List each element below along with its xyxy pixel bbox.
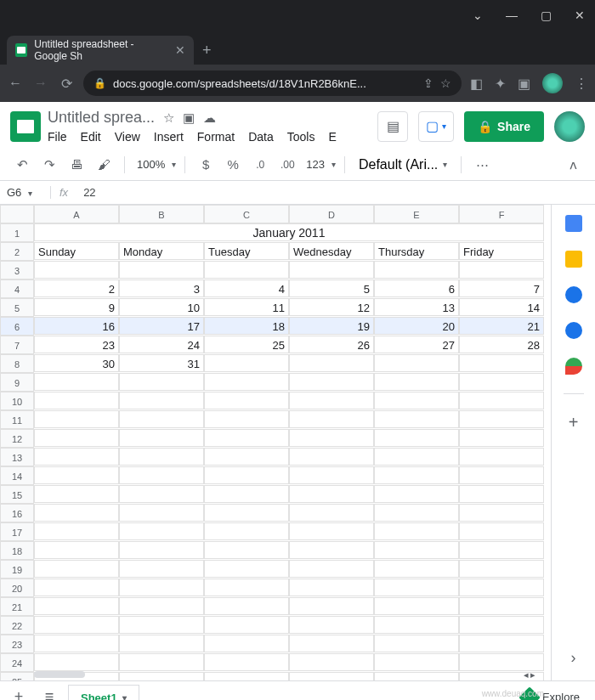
window-maximize-button[interactable]: ▢ — [537, 8, 554, 22]
all-sheets-button[interactable]: ≡ — [37, 686, 61, 701]
cell[interactable]: 24 — [119, 336, 204, 353]
cell[interactable]: 6 — [374, 279, 459, 297]
column-header-C[interactable]: C — [204, 205, 289, 223]
format-percent-button[interactable]: % — [221, 153, 245, 177]
row-header-25[interactable]: 25 — [0, 672, 34, 680]
menu-insert[interactable]: Insert — [154, 130, 184, 144]
cell[interactable] — [374, 429, 459, 447]
collapse-toolbar-icon[interactable]: ʌ — [561, 153, 585, 177]
cell[interactable] — [119, 616, 204, 634]
row-header-1[interactable]: 1 — [0, 223, 34, 242]
calendar-app-icon[interactable] — [565, 215, 582, 232]
cell-day-header[interactable]: Sunday — [34, 242, 119, 260]
share-url-icon[interactable]: ⇪ — [423, 76, 434, 90]
cell[interactable]: 17 — [119, 317, 204, 335]
cell[interactable] — [374, 522, 459, 540]
chevron-down-icon[interactable]: ▾ — [172, 160, 176, 169]
cell[interactable] — [374, 392, 459, 409]
row-header-10[interactable]: 10 — [0, 392, 34, 410]
hide-sidepanel-icon[interactable]: › — [571, 649, 576, 667]
sheets-logo-icon[interactable] — [10, 111, 41, 142]
cell[interactable] — [289, 373, 374, 391]
cell[interactable] — [289, 485, 374, 503]
maps-app-icon[interactable] — [565, 358, 582, 375]
increase-decimals-button[interactable]: .00 — [275, 153, 299, 177]
row-header-12[interactable]: 12 — [0, 429, 34, 448]
cell[interactable] — [374, 485, 459, 503]
cell[interactable]: 4 — [204, 279, 289, 297]
row-header-23[interactable]: 23 — [0, 635, 34, 653]
browser-tab[interactable]: Untitled spreadsheet - Google Sh ✕ — [7, 36, 194, 65]
paint-format-button[interactable]: 🖌 — [92, 153, 116, 177]
cell[interactable] — [34, 466, 119, 484]
cell[interactable] — [119, 466, 204, 484]
cell[interactable] — [459, 522, 544, 540]
bookmark-star-icon[interactable]: ☆ — [440, 76, 451, 90]
window-minimize-button[interactable]: — — [503, 8, 520, 22]
cell[interactable] — [34, 560, 119, 578]
cell[interactable] — [34, 261, 119, 279]
scroll-left-icon[interactable]: ◂ — [524, 669, 529, 680]
cell-day-header[interactable]: Tuesday — [204, 242, 289, 260]
cell[interactable] — [374, 448, 459, 466]
cell[interactable] — [459, 616, 544, 634]
cell[interactable] — [204, 485, 289, 503]
column-header-D[interactable]: D — [289, 205, 374, 223]
comment-history-button[interactable]: ▤ — [377, 111, 408, 142]
star-document-icon[interactable]: ☆ — [163, 110, 174, 126]
undo-button[interactable]: ↶ — [10, 153, 34, 177]
cell[interactable] — [374, 579, 459, 596]
meet-button[interactable]: ▢ ▾ — [418, 111, 454, 142]
cell[interactable] — [204, 504, 289, 522]
cell[interactable] — [119, 541, 204, 559]
row-header-17[interactable]: 17 — [0, 522, 34, 541]
column-header-A[interactable]: A — [34, 205, 119, 223]
cell[interactable] — [34, 522, 119, 540]
cell[interactable] — [374, 616, 459, 634]
cell[interactable] — [204, 597, 289, 615]
cell[interactable] — [34, 410, 119, 428]
cell[interactable] — [204, 579, 289, 596]
cell[interactable]: 13 — [374, 298, 459, 316]
format-currency-button[interactable]: $ — [194, 153, 218, 177]
cell[interactable] — [289, 504, 374, 522]
cell[interactable]: 3 — [119, 279, 204, 297]
cell[interactable] — [289, 354, 374, 372]
cell[interactable] — [374, 261, 459, 279]
cell[interactable] — [289, 560, 374, 578]
row-header-4[interactable]: 4 — [0, 279, 34, 298]
cell[interactable] — [289, 261, 374, 279]
chevron-down-icon[interactable]: ▾ — [28, 189, 32, 198]
cell[interactable]: 10 — [119, 298, 204, 316]
sheet-tab-sheet1[interactable]: Sheet1 ▾ — [68, 685, 139, 701]
select-all-corner[interactable] — [0, 205, 34, 223]
new-tab-button[interactable]: + — [202, 42, 212, 65]
cell[interactable]: 12 — [289, 298, 374, 316]
cell[interactable] — [119, 410, 204, 428]
cell-day-header[interactable]: Friday — [459, 242, 544, 260]
share-button[interactable]: 🔒 Share — [464, 111, 544, 142]
cell[interactable] — [34, 504, 119, 522]
cell[interactable] — [374, 466, 459, 484]
add-addon-button[interactable]: + — [569, 413, 579, 432]
cell[interactable] — [34, 635, 119, 652]
cell[interactable] — [289, 429, 374, 447]
cell[interactable]: 30 — [34, 354, 119, 372]
redo-button[interactable]: ↷ — [37, 153, 61, 177]
cell[interactable] — [119, 579, 204, 596]
cell[interactable]: 7 — [459, 279, 544, 297]
row-header-3[interactable]: 3 — [0, 261, 34, 279]
cell[interactable] — [374, 373, 459, 391]
cell[interactable] — [459, 261, 544, 279]
cell[interactable] — [204, 392, 289, 409]
cell[interactable] — [459, 485, 544, 503]
keep-app-icon[interactable] — [565, 251, 582, 268]
cell[interactable]: 25 — [204, 336, 289, 353]
cell[interactable] — [119, 560, 204, 578]
cell[interactable] — [204, 429, 289, 447]
row-header-8[interactable]: 8 — [0, 354, 34, 373]
row-header-20[interactable]: 20 — [0, 579, 34, 597]
cloud-status-icon[interactable]: ☁ — [203, 110, 216, 126]
cell[interactable] — [34, 541, 119, 559]
cell[interactable] — [459, 410, 544, 428]
